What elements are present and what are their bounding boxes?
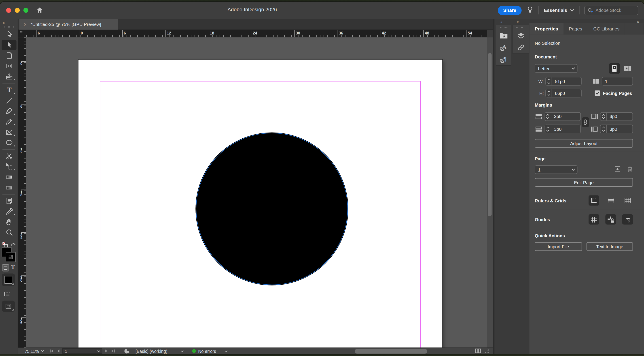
delete-page-icon[interactable] — [627, 166, 633, 173]
vertical-ruler[interactable]: 061218243036 — [18, 37, 26, 347]
paragraph-styles-icon[interactable]: ¶ — [496, 54, 511, 65]
add-page-icon[interactable] — [614, 166, 621, 173]
margin-inside-field[interactable]: 3p0 — [600, 112, 633, 121]
stroke-swatch[interactable] — [6, 253, 15, 262]
page-tool[interactable] — [0, 50, 18, 61]
errors-chevron-icon[interactable] — [224, 350, 228, 352]
preflight-chevron-icon[interactable] — [180, 350, 184, 352]
rectangle-frame-tool[interactable] — [0, 127, 18, 137]
swap-fill-stroke-icon[interactable] — [10, 242, 16, 249]
ellipse-tool[interactable] — [0, 137, 18, 148]
zoom-level-value[interactable]: 75.11% — [24, 348, 39, 353]
pages-count-field[interactable]: 1 — [602, 77, 633, 86]
stepper-arrows-icon[interactable] — [546, 77, 552, 85]
toolbar-collapse-icon[interactable]: » — [0, 19, 18, 25]
link-margins-button[interactable] — [582, 117, 589, 127]
pencil-tool[interactable] — [0, 116, 18, 127]
eyedropper-tool[interactable] — [0, 206, 18, 217]
line-tool[interactable] — [0, 95, 18, 106]
last-page-button[interactable] — [111, 348, 116, 353]
tab-properties[interactable]: Properties — [530, 23, 564, 35]
view-options-icon[interactable] — [3, 291, 11, 299]
zoom-level-chevron-icon[interactable] — [41, 350, 44, 352]
selection-tool[interactable] — [0, 29, 18, 40]
portrait-orientation-button[interactable] — [609, 63, 620, 74]
links-icon[interactable] — [512, 42, 529, 54]
lock-guides-button[interactable] — [605, 214, 616, 225]
dock-divider[interactable] — [493, 19, 494, 354]
formatting-affects-container-button[interactable] — [2, 265, 9, 272]
page-size-select[interactable]: Letter — [535, 64, 577, 73]
dock-column-grip[interactable] — [499, 27, 508, 28]
edit-page-button[interactable]: Edit Page — [535, 178, 633, 187]
landscape-orientation-button[interactable] — [622, 63, 633, 74]
preflight-icon[interactable] — [124, 348, 130, 354]
document-tab[interactable]: ✕ *Untitled-35 @ 75% [GPU Preview] — [19, 19, 118, 30]
home-icon[interactable] — [36, 7, 43, 15]
gap-tool[interactable] — [0, 61, 18, 71]
fullscreen-window-button[interactable] — [24, 8, 28, 13]
minimize-window-button[interactable] — [15, 8, 20, 13]
toolbar-grip[interactable] — [4, 27, 13, 28]
text-to-image-button[interactable]: Text to Image — [586, 242, 633, 251]
document-grid-button[interactable] — [622, 195, 633, 206]
preflight-profile-value[interactable]: [Basic] (working) — [136, 348, 168, 353]
pen-tool[interactable] — [0, 106, 18, 116]
stepper-arrows-icon[interactable] — [600, 112, 607, 120]
adobe-stock-search[interactable]: Adobe Stock — [584, 6, 638, 15]
stepper-arrows-icon[interactable] — [545, 112, 551, 120]
zoom-tool[interactable] — [0, 227, 18, 238]
screen-mode-button[interactable] — [2, 301, 15, 312]
note-tool[interactable] — [0, 196, 18, 206]
formatting-affects-text-button[interactable]: T — [11, 264, 15, 271]
baseline-grid-button[interactable] — [605, 195, 616, 206]
character-styles-icon[interactable]: A — [496, 42, 511, 54]
tab-pages[interactable]: Pages — [564, 23, 588, 35]
scissors-tool[interactable] — [0, 151, 18, 161]
first-page-button[interactable] — [49, 348, 54, 353]
height-field[interactable]: 66p0 — [546, 89, 582, 98]
margin-outside-field[interactable]: 3p0 — [600, 125, 633, 133]
width-field[interactable]: 51p0 — [546, 77, 582, 86]
folder-lightning-icon[interactable] — [496, 30, 511, 41]
stepper-arrows-icon[interactable] — [546, 89, 552, 97]
ellipse-shape[interactable] — [196, 133, 348, 285]
dock-column-grip[interactable] — [516, 27, 525, 28]
close-tab-icon[interactable]: ✕ — [24, 22, 27, 27]
canvas-pasteboard[interactable] — [26, 37, 487, 347]
vertical-scrollbar-thumb[interactable] — [488, 53, 492, 216]
ruler-origin-corner[interactable] — [18, 30, 26, 37]
dock-collapse-icon[interactable]: « — [517, 20, 520, 24]
tab-cc-libraries[interactable]: CC Libraries — [588, 23, 625, 35]
content-collector-tool[interactable] — [0, 71, 18, 82]
horizontal-ruler[interactable]: 6061218243036424854 — [26, 30, 487, 37]
apply-color-button[interactable] — [2, 274, 15, 286]
previous-page-button[interactable] — [56, 348, 60, 353]
lightbulb-icon[interactable] — [526, 6, 534, 15]
current-page-field[interactable]: 1 — [62, 348, 96, 354]
split-view-icon[interactable] — [475, 348, 481, 354]
import-file-button[interactable]: Import File — [535, 242, 582, 251]
show-rulers-button[interactable] — [588, 195, 599, 206]
gradient-feather-tool[interactable] — [0, 182, 18, 193]
direct-selection-tool[interactable] — [2, 40, 16, 50]
type-tool[interactable]: T — [0, 85, 18, 95]
gradient-swatch-tool[interactable] — [0, 172, 18, 182]
smart-guides-button[interactable] — [622, 214, 633, 225]
errors-status-label[interactable]: No errors — [198, 348, 216, 353]
margin-top-field[interactable]: 3p0 — [544, 112, 580, 121]
horizontal-scrollbar-thumb[interactable] — [355, 349, 427, 354]
stepper-arrows-icon[interactable] — [545, 125, 551, 133]
adjust-layout-button[interactable]: Adjust Layout — [535, 139, 633, 148]
page-select[interactable]: 1 — [535, 165, 577, 174]
share-button[interactable]: Share — [498, 6, 522, 15]
layers-icon[interactable] — [512, 30, 529, 41]
workspace-switcher[interactable]: Essentials — [544, 8, 574, 13]
margin-bottom-field[interactable]: 3p0 — [544, 125, 580, 133]
dock-collapse-icon[interactable]: « — [500, 20, 503, 24]
page-list-chevron-icon[interactable] — [96, 348, 102, 354]
stepper-arrows-icon[interactable] — [600, 125, 607, 133]
close-window-button[interactable] — [6, 8, 11, 13]
facing-pages-checkbox[interactable] — [595, 90, 600, 96]
vertical-scrollbar[interactable] — [487, 37, 493, 347]
